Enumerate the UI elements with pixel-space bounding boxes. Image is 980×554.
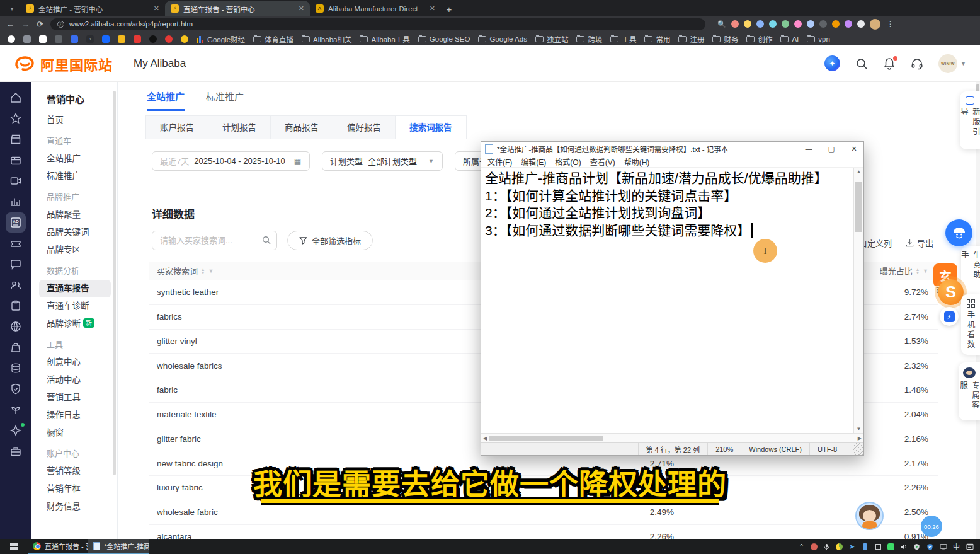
ime-indicator[interactable]: 中 — [952, 543, 960, 551]
sidebar-item-sitewide[interactable]: 全站推广 — [31, 150, 117, 168]
bookmark-favicon[interactable] — [118, 35, 125, 43]
extension-icon[interactable] — [782, 20, 789, 28]
bookmark-folder[interactable]: 跨境 — [576, 34, 602, 44]
bar-chart-icon[interactable] — [9, 195, 22, 208]
sidebar-item-home[interactable]: 首页 — [31, 112, 117, 129]
all-filter-metrics-button[interactable]: 全部筛选指标 — [287, 231, 373, 250]
mobile-data-tab[interactable]: 手机看数 — [961, 294, 980, 355]
business-assistant-tab[interactable]: 生意助手 — [961, 246, 980, 294]
sidebar-item-operation-log[interactable]: 操作日志 — [31, 407, 117, 424]
browser-menu-icon[interactable]: ⋮ — [887, 20, 894, 28]
sidebar-item-activity-center[interactable]: 活动中心 — [31, 371, 117, 389]
sparkle-icon[interactable] — [9, 424, 22, 437]
extension-icon[interactable] — [807, 20, 814, 28]
extension-icon[interactable] — [832, 20, 840, 28]
plan-type-select[interactable]: 计划类型 全部计划类型 ▼ — [322, 151, 443, 171]
shield-check-icon[interactable] — [9, 383, 22, 395]
account-menu[interactable]: WINIW ▼ — [938, 54, 966, 73]
tab-product-report[interactable]: 商品报告 — [271, 115, 333, 139]
menu-help[interactable]: 帮助(H) — [620, 156, 654, 167]
gmail-favicon[interactable] — [39, 35, 47, 43]
bookmark-favicon[interactable] — [71, 35, 78, 43]
browser-tab-3[interactable]: A Alibaba Manufacturer Direct ✕ — [310, 1, 441, 16]
forward-icon[interactable]: → — [21, 20, 30, 28]
search-input[interactable] — [152, 231, 277, 250]
quick-chat-icon[interactable]: ⚡ — [940, 307, 959, 326]
ticket-icon[interactable] — [9, 237, 22, 250]
extension-icon[interactable] — [794, 20, 802, 28]
tab-standard-promotion[interactable]: 标准推广 — [206, 89, 244, 111]
extension-icon[interactable] — [845, 20, 852, 28]
toolbox-icon[interactable] — [9, 445, 22, 458]
customer-service-avatar[interactable] — [855, 502, 884, 530]
dedicated-service-tab[interactable]: 专属客服 — [959, 362, 980, 420]
notepad-window[interactable]: *全站推广-推商品【如何通过数据判断哪些关键词需要降权】.txt - 记事本 —… — [481, 141, 864, 456]
extension-icon[interactable] — [756, 20, 764, 28]
tray-chevron-up-icon[interactable]: ⌃ — [797, 543, 806, 551]
new-tab-button[interactable]: + — [441, 1, 457, 16]
alibaba-logo[interactable]: 阿里国际站 — [14, 54, 113, 74]
sidebar-item-creative-center[interactable]: 创意中心 — [31, 354, 117, 371]
bookmark-favicon[interactable] — [134, 35, 141, 43]
menu-format[interactable]: 格式(O) — [550, 156, 585, 167]
headset-support-icon[interactable] — [911, 57, 923, 70]
membership-icon[interactable]: ✦ — [824, 55, 840, 71]
extension-icon[interactable] — [731, 20, 739, 28]
bookmark-folder[interactable]: 财务 — [712, 34, 738, 44]
bookmark-favicon[interactable] — [102, 35, 110, 43]
bookmark-favicon[interactable] — [55, 35, 62, 43]
search-icon[interactable] — [855, 57, 868, 70]
sidebar-item-p4p-diagnose[interactable]: 直通车诊断 — [31, 297, 117, 315]
scrollbar-thumb[interactable] — [489, 436, 603, 441]
back-icon[interactable]: ← — [6, 20, 14, 28]
sidebar-item-marketing-level[interactable]: 营销等级 — [31, 463, 117, 480]
tray-app-icon[interactable] — [887, 543, 894, 550]
extension-icon[interactable] — [769, 20, 777, 28]
action-center-icon[interactable] — [966, 543, 974, 551]
microphone-icon[interactable] — [823, 543, 831, 551]
export-button[interactable]: 导出 — [906, 237, 933, 249]
tiktok-favicon[interactable] — [149, 35, 157, 43]
tab-account-report[interactable]: 账户报告 — [145, 115, 208, 139]
scrollbar-thumb[interactable] — [855, 182, 862, 232]
bookmark-folder[interactable]: Google SEO — [418, 35, 470, 43]
bookmark-folder[interactable]: 常用 — [644, 34, 670, 44]
sidebar-item-brand-volume[interactable]: 品牌聚量 — [31, 206, 117, 224]
bookmark-folder[interactable]: 独立站 — [535, 34, 569, 44]
browser-profile-avatar[interactable] — [870, 19, 880, 30]
notepad-titlebar[interactable]: *全站推广-推商品【如何通过数据判断哪些关键词需要降权】.txt - 记事本 —… — [481, 142, 863, 156]
bookmark-folder[interactable]: Alibaba工具 — [360, 34, 409, 44]
sidebar-scrollbar[interactable] — [113, 91, 116, 475]
bookmark-folder[interactable]: Alibaba相关 — [302, 34, 351, 44]
extension-icon[interactable] — [744, 20, 751, 28]
database-icon[interactable] — [9, 362, 22, 374]
sidebar-item-brand-keyword[interactable]: 品牌关键词 — [31, 224, 117, 241]
filter-funnel-icon[interactable]: ▼ — [923, 268, 928, 274]
menu-view[interactable]: 查看(V) — [586, 156, 620, 167]
taskbar-chrome-task[interactable]: 直通车报告 - 营销... — [28, 539, 88, 554]
chat-icon[interactable] — [9, 258, 22, 270]
sort-icon[interactable]: ▲▼ — [201, 268, 205, 274]
close-tab-icon[interactable]: ✕ — [430, 4, 435, 13]
tab-preference-report[interactable]: 偏好报告 — [333, 115, 396, 139]
assistant-mascot-icon[interactable] — [945, 219, 972, 246]
maximize-button[interactable]: ▢ — [822, 142, 841, 156]
star-icon[interactable] — [9, 112, 22, 125]
bookmark-folder[interactable]: AI — [780, 35, 799, 43]
vpn-shield-icon[interactable] — [926, 543, 934, 551]
browser-tab-2-active[interactable]: ⚡ 直通车报告 - 营销中心 ✕ — [165, 1, 310, 16]
skype-icon[interactable]: S — [938, 279, 964, 305]
bookmark-folder[interactable]: Google Ads — [478, 35, 527, 43]
menu-file[interactable]: 文件(F) — [483, 156, 516, 167]
notepad-horizontal-scrollbar[interactable]: ◀▶ — [481, 433, 863, 442]
search-tabs-icon[interactable]: 🔍 — [717, 21, 726, 28]
tab-search-term-report[interactable]: 搜索词报告 — [396, 115, 467, 139]
close-button[interactable]: ✕ — [845, 142, 863, 156]
sprout-icon[interactable] — [9, 403, 22, 416]
sidebar-item-showcase[interactable]: 橱窗 — [31, 424, 117, 442]
bookmark-folder[interactable]: 体育直播 — [253, 34, 293, 44]
bookmark-favicon[interactable] — [23, 35, 31, 43]
start-button[interactable] — [0, 539, 28, 554]
extension-icon[interactable] — [857, 20, 865, 28]
video-icon[interactable] — [9, 175, 22, 187]
